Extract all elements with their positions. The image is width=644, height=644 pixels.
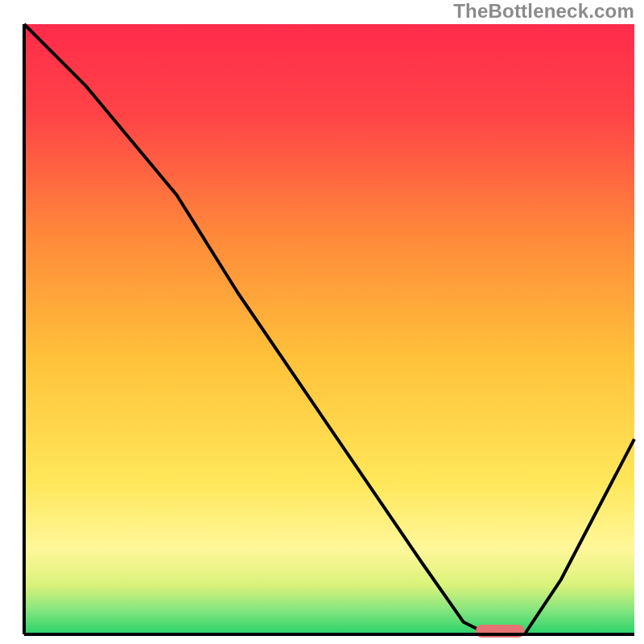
bottleneck-chart [0, 0, 644, 644]
chart-container: TheBottleneck.com [0, 0, 644, 644]
plot-area [24, 24, 634, 634]
